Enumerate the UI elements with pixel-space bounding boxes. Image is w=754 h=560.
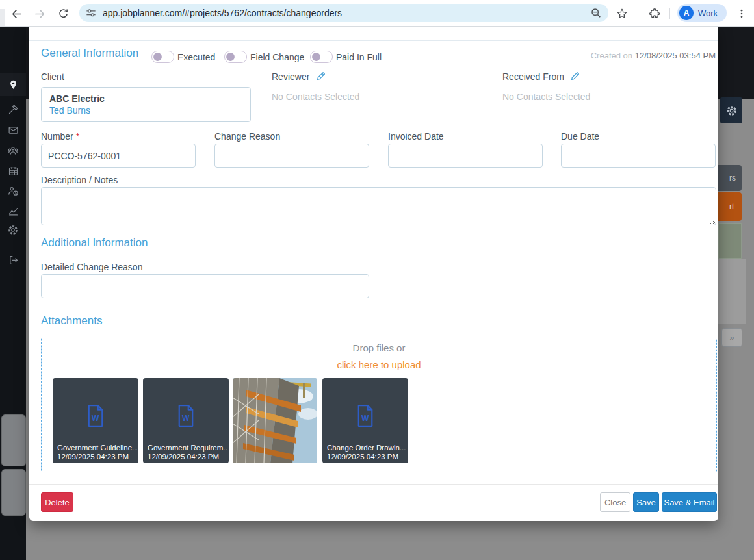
background-report-button-partial: rt: [718, 192, 742, 221]
url-text: app.jobplanner.com/#projects/5762/contra…: [103, 8, 590, 18]
site-info-icon[interactable]: [86, 8, 96, 18]
background-pager-button: »: [722, 328, 742, 347]
word-file-icon: W: [86, 402, 105, 432]
section-title-additional-information: Additional Information: [41, 236, 148, 249]
footer-divider: [29, 484, 718, 485]
due-date-label: Due Date: [561, 131, 599, 142]
received-from-value: No Contacts Selected: [502, 92, 590, 102]
close-button[interactable]: Close: [600, 492, 630, 512]
background-table-row: [718, 259, 746, 292]
dropzone-text: Drop files or: [42, 342, 716, 353]
field-change-toggle-label: Field Change: [250, 52, 304, 62]
browser-menu-icon[interactable]: [734, 6, 749, 21]
construction-photo-thumbnail: [233, 378, 317, 463]
browser-toolbar: app.jobplanner.com/#projects/5762/contra…: [0, 0, 754, 27]
user-clock-icon: [7, 185, 19, 197]
sidebar-item-timesheets[interactable]: [0, 181, 26, 201]
reload-icon[interactable]: [56, 6, 70, 21]
reviewer-edit-pencil-icon[interactable]: [316, 71, 326, 84]
hammer-icon: [8, 104, 19, 115]
sidebar-item-messages[interactable]: [0, 120, 26, 140]
word-file-icon: W: [177, 402, 195, 432]
extensions-icon[interactable]: [647, 6, 662, 21]
bookmark-star-icon[interactable]: [615, 6, 629, 21]
invoiced-date-label: Invoiced Date: [388, 131, 444, 142]
location-pin-icon: [8, 79, 19, 90]
toolbar-divider: [670, 8, 670, 19]
toggle-knob: [312, 53, 320, 61]
executed-toggle[interactable]: [151, 51, 174, 63]
attachment-tile-word[interactable]: W Government Guideline... 12/09/2025 04:…: [53, 378, 138, 463]
section-title-general-information: General Information: [41, 47, 138, 60]
calendar-grid-icon: [8, 166, 19, 177]
detailed-change-reason-label: Detailed Change Reason: [41, 262, 142, 272]
created-on-value: 12/08/2025 03:54 PM: [635, 51, 716, 60]
zoom-out-icon[interactable]: [590, 7, 602, 19]
attachment-name: Government Requirem...: [148, 444, 228, 452]
forward-icon[interactable]: [32, 6, 47, 21]
attachment-name: Government Guideline...: [57, 444, 137, 452]
background-table-row-highlight: [718, 223, 742, 259]
paid-in-full-toggle[interactable]: [310, 51, 333, 63]
change-reason-label: Change Reason: [214, 131, 280, 142]
client-contact-link[interactable]: Ted Burns: [49, 105, 250, 116]
logout-icon: [8, 255, 19, 266]
attachment-tile-word[interactable]: W Change Order Drawin... 12/09/2025 04:2…: [322, 378, 408, 463]
field-change-toggle[interactable]: [224, 51, 247, 63]
sidebar-divider: [0, 97, 26, 97]
avatar: A: [679, 6, 694, 20]
gear-icon: [7, 224, 19, 236]
file-dropzone[interactable]: Drop files or click here to upload W Gov…: [41, 338, 717, 472]
svg-text:W: W: [92, 414, 99, 423]
reviewer-label: Reviewer: [272, 71, 309, 82]
number-input[interactable]: [41, 144, 196, 168]
save-button[interactable]: Save: [633, 492, 659, 512]
client-card[interactable]: ABC Electric Ted Burns: [41, 87, 251, 122]
received-from-label: Received From: [502, 71, 564, 82]
modal-top-cutoff-row: [29, 26, 718, 41]
save-and-email-button[interactable]: Save & Email: [662, 492, 717, 512]
toggle-knob: [153, 53, 162, 61]
background-change-orders-button-partial: rs: [718, 165, 742, 191]
description-notes-textarea[interactable]: [41, 187, 716, 225]
sidebar-item-settings[interactable]: [0, 220, 26, 240]
background-table-row: [718, 291, 746, 324]
attachment-tile-photo[interactable]: [233, 378, 317, 463]
sidebar-divider: [0, 70, 26, 70]
upload-link[interactable]: click here to upload: [42, 359, 716, 370]
change-order-modal: General Information Executed Field Chang…: [29, 26, 718, 521]
toggle-knob: [226, 53, 235, 61]
word-file-icon: W: [356, 402, 374, 432]
svg-text:W: W: [182, 414, 190, 423]
number-label-text: Number: [41, 131, 73, 142]
invoiced-date-input[interactable]: [388, 144, 543, 168]
background-panel-fragment: [1, 469, 26, 516]
sidebar-item-projects[interactable]: [0, 73, 26, 96]
profile-chip[interactable]: A Work: [677, 4, 727, 22]
sidebar-item-tools[interactable]: [0, 99, 26, 119]
attachment-name: Change Order Drawin...: [327, 444, 407, 452]
client-label: Client: [41, 71, 64, 82]
due-date-input[interactable]: [561, 144, 716, 168]
reviewer-value: No Contacts Selected: [272, 92, 359, 102]
background-gear-button: [720, 97, 742, 123]
sidebar-item-team[interactable]: [0, 141, 26, 160]
change-reason-input[interactable]: [214, 144, 369, 168]
sidebar-item-logout[interactable]: [0, 250, 26, 270]
sidebar-item-reports[interactable]: [0, 201, 26, 220]
client-company: ABC Electric: [49, 94, 250, 104]
detailed-change-reason-input[interactable]: [41, 274, 369, 298]
received-from-edit-pencil-icon[interactable]: [570, 71, 580, 84]
screen: app.jobplanner.com/#projects/5762/contra…: [0, 0, 754, 560]
required-asterisk: *: [76, 131, 79, 142]
back-icon[interactable]: [9, 6, 23, 21]
url-bar[interactable]: app.jobplanner.com/#projects/5762/contra…: [79, 4, 608, 22]
envelope-icon: [8, 125, 19, 136]
attachment-date: 12/09/2025 04:23 PM: [327, 453, 407, 461]
attachment-tile-word[interactable]: W Government Requirem... 12/09/2025 04:2…: [143, 378, 229, 463]
sidebar-item-schedule[interactable]: [0, 161, 26, 181]
delete-button[interactable]: Delete: [41, 492, 73, 512]
section-title-attachments: Attachments: [41, 314, 103, 327]
window-edge: [0, 9, 5, 26]
line-chart-icon: [8, 205, 19, 216]
